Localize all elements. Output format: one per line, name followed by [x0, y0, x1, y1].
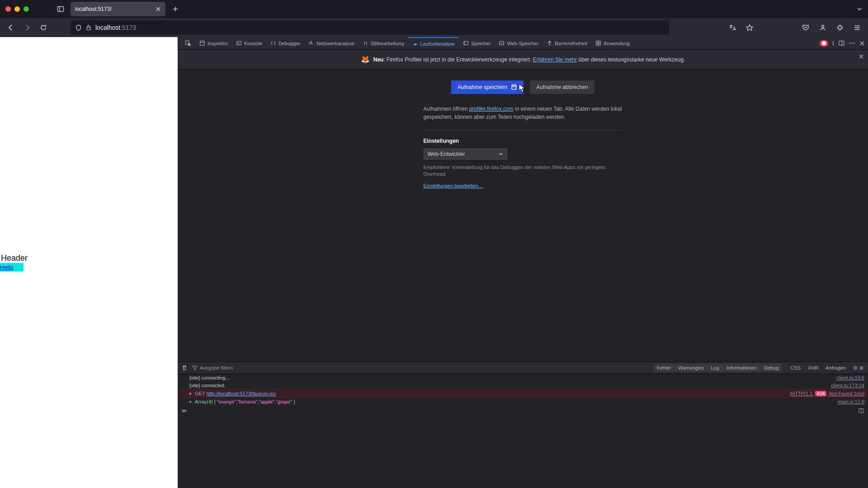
- more-icon[interactable]: [849, 40, 855, 47]
- edit-settings-link[interactable]: Einstellungen bearbeiten…: [424, 183, 483, 188]
- chevron-down-icon: [499, 152, 503, 156]
- learn-more-link[interactable]: Erfahren Sie mehr: [533, 56, 577, 63]
- browser-navbar: localhost:5173: [0, 18, 868, 37]
- filter-info[interactable]: Informationen: [723, 364, 760, 372]
- page-hello-link[interactable]: Hello: [0, 263, 24, 272]
- forward-button[interactable]: [20, 20, 34, 35]
- error-badge[interactable]: [820, 40, 828, 47]
- svg-rect-0: [58, 7, 64, 12]
- svg-rect-24: [596, 41, 598, 43]
- reload-button[interactable]: [36, 20, 51, 35]
- tab-style[interactable]: Stilbearbeitung: [359, 37, 408, 49]
- source-location[interactable]: client.ts:173:14: [831, 383, 864, 388]
- element-picker-icon[interactable]: [181, 37, 195, 49]
- url-text: localhost:5173: [95, 24, 136, 31]
- account-icon[interactable]: [816, 20, 830, 35]
- svg-point-33: [854, 42, 854, 43]
- svg-point-8: [822, 25, 824, 28]
- app-menu-icon[interactable]: [850, 20, 864, 35]
- filter-xhr[interactable]: XHR: [804, 364, 822, 372]
- settings-title: Einstellungen: [424, 138, 623, 144]
- devtools-panel: Inspektor Konsole Debugger Netzwerkanaly…: [178, 37, 868, 488]
- split-console-icon[interactable]: [858, 408, 864, 414]
- back-button[interactable]: [4, 20, 18, 35]
- source-location[interactable]: main.js:11:8: [838, 399, 864, 404]
- tab-application[interactable]: Anwendung: [591, 37, 634, 49]
- status-text: [HTTP/1.1 404 Not Found 1ms]: [790, 391, 864, 396]
- cancel-recording-button[interactable]: Aufnahme abbrechen: [530, 80, 594, 94]
- profiler-description: Aufnahmen öffnen profiler.firefox.com in…: [424, 105, 623, 121]
- clear-console-icon[interactable]: [181, 365, 188, 371]
- svg-rect-6: [87, 27, 90, 30]
- new-tab-button[interactable]: [169, 3, 182, 15]
- profiler-body: Aufnahme speichern Aufnahme abbrechen Au…: [178, 70, 868, 361]
- tab-accessibility[interactable]: Barrierefreiheit: [542, 37, 591, 49]
- console-toolbar: Ausgabe filtern Fehler Warnungen Log Inf…: [178, 362, 868, 374]
- bookmark-icon[interactable]: [742, 20, 757, 35]
- svg-rect-38: [512, 85, 516, 89]
- console-output: [vite] connecting... client.ts:19:8 [vit…: [178, 374, 868, 406]
- profiler-site-link[interactable]: profiler.firefox.com: [469, 106, 514, 112]
- log-row[interactable]: [vite] connecting... client.ts:19:8: [178, 374, 868, 382]
- tab-title: localhost:5173/: [75, 6, 112, 12]
- shield-icon[interactable]: [75, 24, 82, 31]
- tab-network[interactable]: Netzwerkanalyse: [304, 37, 359, 49]
- filter-log[interactable]: Log: [707, 364, 722, 372]
- tab-inspector[interactable]: Inspektor: [195, 37, 232, 49]
- close-devtools-icon[interactable]: [859, 40, 865, 47]
- url-bar[interactable]: localhost:5173: [71, 20, 669, 35]
- translate-icon[interactable]: [725, 20, 740, 35]
- filter-debug[interactable]: Debug: [760, 364, 782, 372]
- svg-rect-19: [464, 41, 468, 45]
- tabs-dropdown-icon[interactable]: [856, 6, 863, 12]
- filter-warnings[interactable]: Warnungen: [675, 364, 707, 372]
- lock-icon[interactable]: [85, 24, 92, 31]
- svg-marker-40: [193, 366, 197, 370]
- svg-rect-27: [599, 43, 600, 45]
- console-settings-icon[interactable]: [852, 365, 859, 371]
- console-close-icon[interactable]: [859, 365, 864, 371]
- notice-text: Neu: Firefox Profiler ist jetzt in die E…: [373, 56, 685, 63]
- tab-performance[interactable]: Laufzeitanalyse: [408, 37, 459, 49]
- source-location[interactable]: client.ts:19:8: [836, 375, 864, 380]
- browser-tab[interactable]: localhost:5173/: [71, 2, 165, 16]
- svg-rect-29: [839, 41, 844, 45]
- filter-css[interactable]: CSS: [787, 364, 804, 372]
- tab-memory[interactable]: Speicher: [459, 37, 495, 49]
- svg-rect-26: [596, 43, 598, 45]
- pocket-icon[interactable]: [798, 20, 813, 35]
- tab-console[interactable]: Konsole: [232, 37, 266, 49]
- maximize-window-button[interactable]: [24, 6, 29, 12]
- svg-point-31: [849, 42, 850, 43]
- tab-storage[interactable]: Web-Speicher: [495, 37, 542, 49]
- svg-marker-7: [746, 25, 753, 31]
- filter-errors[interactable]: Fehler: [653, 364, 675, 372]
- log-row[interactable]: [vite] connected. client.ts:173:14: [178, 382, 868, 389]
- close-tab-icon[interactable]: [156, 6, 161, 12]
- svg-rect-39: [513, 85, 515, 87]
- window-titlebar: localhost:5173/: [0, 0, 868, 18]
- error-row[interactable]: ▸ GET http://localhost:5173/favicon.ico …: [178, 389, 868, 398]
- firefox-icon: 🦊: [361, 55, 370, 64]
- svg-point-28: [822, 41, 826, 45]
- expand-arrow-icon[interactable]: ▸: [189, 399, 192, 404]
- console-panel: Ausgabe filtern Fehler Warnungen Log Inf…: [178, 361, 868, 488]
- tab-debugger[interactable]: Debugger: [266, 37, 304, 49]
- console-filter-input[interactable]: Ausgabe filtern: [192, 365, 233, 371]
- dock-side-icon[interactable]: [838, 40, 845, 47]
- svg-rect-25: [599, 41, 600, 43]
- prompt-icon: ≫: [181, 408, 187, 414]
- close-window-button[interactable]: [5, 6, 11, 12]
- preset-select[interactable]: Web-Entwickler: [424, 149, 507, 160]
- save-recording-button[interactable]: Aufnahme speichern: [451, 80, 524, 94]
- expand-arrow-icon[interactable]: ▸: [189, 390, 192, 396]
- preset-hint: Empfohlene Voreinstellung für das Debugg…: [424, 164, 623, 178]
- console-input-row[interactable]: ≫: [178, 406, 868, 416]
- minimize-window-button[interactable]: [14, 6, 20, 12]
- log-row[interactable]: ▸ Array(4) [ "orange", "banana", "apple"…: [178, 398, 868, 406]
- close-notice-icon[interactable]: [858, 53, 864, 60]
- sidebar-toggle-icon[interactable]: [54, 3, 67, 15]
- filter-requests[interactable]: Anfragen: [822, 364, 849, 372]
- extensions-icon[interactable]: [833, 20, 847, 35]
- svg-point-32: [851, 42, 852, 43]
